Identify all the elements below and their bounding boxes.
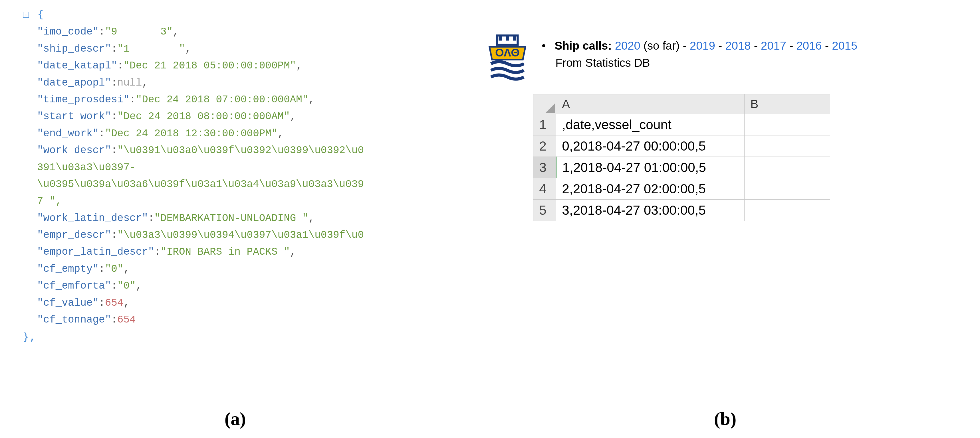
json-line: "end_work":"Dec 24 2018 12:30:00:000PM", [11, 125, 459, 142]
json-line: "time_prosdesi":"Dec 24 2018 07:00:00:00… [11, 91, 459, 108]
json-key: "cf_empty" [37, 263, 99, 275]
caption-b: (b) [714, 408, 736, 430]
json-value: "9 3" [105, 26, 173, 38]
json-line-cont: 7 ", [11, 193, 459, 209]
json-open-brace: { [38, 8, 44, 20]
svg-rect-2 [506, 35, 509, 40]
json-value: "\u03a3\u0399\u0394\u0397\u03a1\u039f\u0 [117, 229, 364, 241]
json-line: "work_latin_descr":"DEMBARKATION-UNLOADI… [11, 210, 459, 227]
json-value: "Dec 24 2018 07:00:00:000AM" [136, 94, 309, 106]
json-line: "work_descr":"\u0391\u03a0\u039f\u0392\u… [11, 142, 459, 159]
year-link-2015[interactable]: 2015 [832, 40, 857, 52]
json-value: "Dec 21 2018 05:00:00:000PM" [123, 60, 296, 71]
header-row: ΟΛΘ • Ship calls: 2020 (so far) - 2019 -… [482, 31, 969, 83]
row-header[interactable]: 4 [533, 178, 556, 200]
cell-b[interactable] [745, 135, 830, 157]
json-value: "1 " [117, 43, 185, 55]
json-line: "imo_code":"9 3", [11, 24, 459, 40]
json-value: "DEMBARKATION-UNLOADING " [154, 213, 308, 224]
json-key: "empor_latin_descr" [37, 246, 154, 258]
json-line: "empr_descr":"\u03a3\u0399\u0394\u0397\u… [11, 227, 459, 243]
json-value: 654 [105, 297, 124, 309]
ship-calls-label: Ship calls: [555, 40, 612, 52]
cell-b[interactable] [745, 200, 830, 221]
svg-rect-1 [499, 35, 502, 40]
json-line: "start_work":"Dec 24 2018 08:00:00:000AM… [11, 108, 459, 125]
bullet-icon: • [542, 40, 546, 52]
subtitle: From Statistics DB [542, 54, 857, 71]
json-value: null [117, 77, 142, 89]
table-row: 53,2018-04-27 03:00:00,5 [533, 200, 830, 221]
collapse-icon[interactable]: - [23, 12, 29, 18]
json-line: "cf_tonnage":654 [11, 311, 459, 328]
json-key: "time_prosdesi" [37, 94, 130, 106]
json-line: "cf_emforta":"0", [11, 278, 459, 294]
cell-a[interactable]: 2,2018-04-27 02:00:00,5 [556, 178, 745, 200]
json-value: 654 [117, 314, 136, 325]
json-value: "Dec 24 2018 08:00:00:000AM" [117, 111, 290, 122]
cell-b[interactable] [745, 114, 830, 135]
year-link-2016[interactable]: 2016 [797, 40, 822, 52]
cell-a[interactable]: ,date,vessel_count [556, 114, 745, 135]
json-key: "ship_descr" [37, 43, 111, 55]
json-line: "ship_descr":"1 ", [11, 40, 459, 57]
json-key: "empr_descr" [37, 229, 111, 241]
so-far-note: (so far) [640, 40, 680, 52]
table-row: 31,2018-04-27 01:00:00,5 [533, 157, 830, 178]
row-header[interactable]: 2 [533, 135, 556, 157]
cell-b[interactable] [745, 178, 830, 200]
json-key: "imo_code" [37, 26, 99, 38]
year-link-2020[interactable]: 2020 [615, 40, 640, 52]
json-key: "work_latin_descr" [37, 213, 148, 224]
json-viewer: - { "imo_code":"9 3","ship_descr":"1 ","… [11, 6, 459, 346]
json-line: "cf_value":654, [11, 295, 459, 311]
json-line: "cf_empty":"0", [11, 261, 459, 278]
svg-text:ΟΛΘ: ΟΛΘ [495, 46, 520, 59]
json-value: "\u0391\u03a0\u039f\u0392\u0399\u0392\u0 [117, 144, 364, 156]
table-row: 42,2018-04-27 02:00:00,5 [533, 178, 830, 200]
json-value: "IRON BARS in PACKS " [161, 246, 290, 258]
json-panel: - { "imo_code":"9 3","ship_descr":"1 ","… [0, 0, 470, 438]
json-line-cont: \u0395\u039a\u03a6\u039f\u03a1\u03a4\u03… [11, 176, 459, 193]
table-row: 1,date,vessel_count [533, 114, 830, 135]
port-logo-icon: ΟΛΘ [482, 31, 533, 83]
year-link-2018[interactable]: 2018 [725, 40, 751, 52]
json-key: "end_work" [37, 128, 99, 140]
row-header[interactable]: 5 [533, 200, 556, 221]
json-key: "cf_emforta" [37, 280, 111, 292]
json-value: "Dec 24 2018 12:30:00:000PM" [105, 128, 278, 140]
col-header-a[interactable]: A [556, 94, 745, 114]
cell-a[interactable]: 0,2018-04-27 00:00:00,5 [556, 135, 745, 157]
spreadsheet: A B 1,date,vessel_count20,2018-04-27 00:… [533, 94, 830, 221]
json-line-cont: 391\u03a3\u0397- [11, 159, 459, 176]
row-header[interactable]: 1 [533, 114, 556, 135]
json-key: "date_apopl" [37, 77, 111, 89]
year-link-2017[interactable]: 2017 [761, 40, 786, 52]
json-key: "cf_value" [37, 297, 99, 309]
json-line: "date_apopl":null, [11, 75, 459, 91]
corner-select-all[interactable] [533, 94, 556, 114]
json-key: "cf_tonnage" [37, 314, 111, 325]
json-close-brace: }, [23, 331, 35, 343]
json-line: "empor_latin_descr":"IRON BARS in PACKS … [11, 243, 459, 260]
caption-a: (a) [224, 408, 246, 430]
json-key: "start_work" [37, 111, 111, 122]
cell-a[interactable]: 3,2018-04-27 03:00:00,5 [556, 200, 745, 221]
cell-a[interactable]: 1,2018-04-27 01:00:00,5 [556, 157, 745, 178]
json-value: "0" [117, 280, 136, 292]
row-header[interactable]: 3 [533, 157, 556, 178]
year-link-2019[interactable]: 2019 [690, 40, 715, 52]
cell-b[interactable] [745, 157, 830, 178]
col-header-b[interactable]: B [745, 94, 830, 114]
right-panel: ΟΛΘ • Ship calls: 2020 (so far) - 2019 -… [470, 0, 980, 438]
json-line: "date_katapl":"Dec 21 2018 05:00:00:000P… [11, 57, 459, 74]
json-key: "date_katapl" [37, 60, 117, 71]
svg-rect-3 [513, 35, 516, 40]
json-value: "0" [105, 263, 124, 275]
json-key: "work_descr" [37, 144, 111, 156]
table-row: 20,2018-04-27 00:00:00,5 [533, 135, 830, 157]
